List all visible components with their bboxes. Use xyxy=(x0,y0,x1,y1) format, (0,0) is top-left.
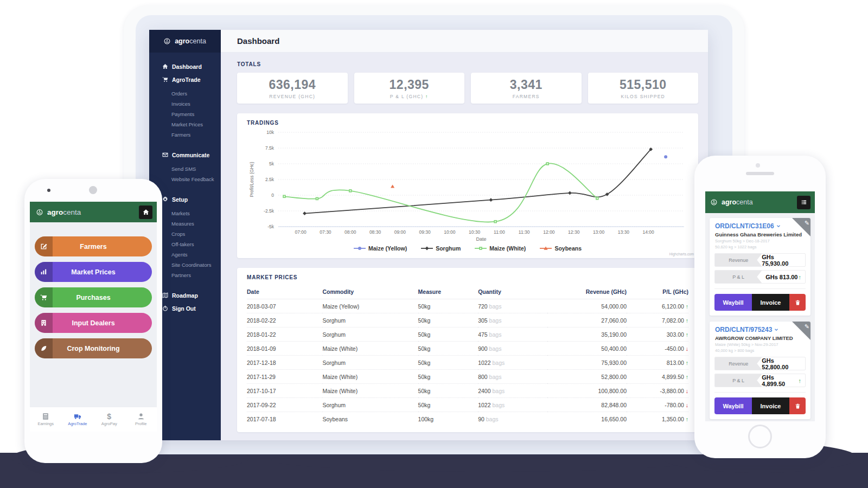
tradings-chart: 10k7.5k5k2.5k0-2.5k-5k07:0007:3008:0008:… xyxy=(247,129,688,244)
sidebar-subitem-markets[interactable]: Markets xyxy=(171,208,215,219)
cell-revenue: 100,800.00 xyxy=(547,384,627,398)
order-id: ORD/CLNT/975243 xyxy=(715,326,772,333)
android-screen: agrocenta FarmersMarket PricesPurchasesI… xyxy=(30,202,157,432)
sidebar-subitem-send-sms[interactable]: Send SMS xyxy=(171,164,215,174)
sidebar-item-communicate[interactable]: Communicate xyxy=(162,152,215,158)
cell-pl: 4,899.50 ↑ xyxy=(627,370,688,384)
order-meta: Maize (White) 50kg > Nov-29-2017 xyxy=(710,342,810,348)
unit-label: bags xyxy=(489,317,502,324)
sidebar-subitem-market-prices[interactable]: Market Prices xyxy=(171,119,215,130)
total-card-farmers: 3,341FARMERS xyxy=(471,73,582,104)
orders-list-button[interactable] xyxy=(797,196,810,209)
cell-measure: 50kg xyxy=(418,356,478,370)
cell-pl: 303.00 ↑ xyxy=(627,328,688,342)
table-row: 2017-09-22Sorghum50kg1022 bags82,848.00-… xyxy=(247,398,688,412)
menu-button-crop-monitoring[interactable]: Crop Monitoring xyxy=(35,338,152,358)
menu-button-purchases[interactable]: Purchases xyxy=(35,287,152,307)
camera-dot xyxy=(47,189,50,192)
revenue-label: Revenue xyxy=(715,254,762,266)
menu-button-market-prices[interactable]: Market Prices xyxy=(35,262,152,282)
menu-button-label: Farmers xyxy=(35,236,152,256)
trend-up-icon: ↑ xyxy=(423,94,428,99)
cell-commodity: Sorghum xyxy=(322,356,418,370)
android-menu: FarmersMarket PricesPurchasesInput Deale… xyxy=(30,222,157,358)
sidebar-item-setup[interactable]: Setup xyxy=(162,196,215,203)
trend-up-icon: ↑ xyxy=(684,331,688,338)
iphone-home-button[interactable] xyxy=(748,425,772,448)
cell-revenue: 82,848.00 xyxy=(547,398,627,412)
divider xyxy=(714,392,806,393)
waybill-button[interactable]: Waybill xyxy=(714,294,752,311)
sidebar-subitem-crops[interactable]: Crops xyxy=(171,229,215,239)
tradings-title: TRADINGS xyxy=(247,120,688,126)
trash-icon xyxy=(795,299,801,306)
menu-button-input-dealers[interactable]: Input Dealers xyxy=(35,313,152,333)
tab-label: AgroPay xyxy=(101,421,117,426)
cell-date: 2017-12-18 xyxy=(247,356,322,370)
trash-icon xyxy=(795,403,801,409)
tab-earnings[interactable]: Earnings xyxy=(30,407,62,432)
invoice-button[interactable]: Invoice xyxy=(752,397,789,414)
cell-quantity: 800 bags xyxy=(478,370,547,384)
cell-quantity: 1022 bags xyxy=(478,398,547,412)
sidebar-subitem-farmers[interactable]: Farmers xyxy=(171,130,215,140)
sidebar-subitem-payments[interactable]: Payments xyxy=(171,109,215,119)
delete-button[interactable] xyxy=(789,294,806,311)
column-header-p-l-ghc: P/L (GHc) xyxy=(627,285,688,299)
edit-corner-button[interactable]: ✎ xyxy=(792,322,810,340)
delete-button[interactable] xyxy=(789,397,806,414)
order-card: ✎ORD/CLNT/975243AWRGROW COMPANY LIMITEDM… xyxy=(710,322,810,419)
unit-label: bags xyxy=(489,345,502,352)
trend-down-icon: ↓ xyxy=(684,345,688,352)
sidebar-subitem-orders[interactable]: Orders xyxy=(171,88,215,99)
sidebar-subitem-agents[interactable]: Agents xyxy=(171,249,215,260)
column-header-commodity: Commodity xyxy=(322,285,418,299)
total-value: 12,395 xyxy=(354,78,465,92)
home-button[interactable] xyxy=(139,206,152,219)
svg-text:10:00: 10:00 xyxy=(444,229,456,235)
table-row: 2018-02-22Sorghum50kg305 bags27,060.007,… xyxy=(247,313,688,328)
cell-measure: 50kg xyxy=(418,370,478,384)
sidebar-item-roadmap[interactable]: Roadmap xyxy=(162,292,215,299)
android-tab-bar: EarningsAgroTrade$AgroPayProfile xyxy=(30,407,157,432)
menu-button-farmers[interactable]: Farmers xyxy=(35,236,152,256)
sidebar-subitem-off-takers[interactable]: Off-takers xyxy=(171,239,215,249)
totals-title: TOTALS xyxy=(237,61,698,67)
sidebar-subitem-site-coordinators[interactable]: Site Coordinators xyxy=(171,260,215,270)
sidebar-item-agrotrade[interactable]: AgroTrade xyxy=(162,76,215,83)
cell-quantity: 900 bags xyxy=(478,342,547,356)
calculator-icon xyxy=(41,413,50,420)
edit-corner-button[interactable]: ✎ xyxy=(792,218,810,236)
sidebar-subitem-partners[interactable]: Partners xyxy=(171,270,215,280)
pl-label: P & L xyxy=(715,271,762,283)
waybill-button[interactable]: Waybill xyxy=(714,397,752,414)
legend-item-maize-yellow[interactable]: Maize (Yellow) xyxy=(354,245,407,252)
sidebar-item-dashboard[interactable]: Dashboard xyxy=(162,63,215,70)
cell-revenue: 54,000.00 xyxy=(547,299,627,313)
invoice-button[interactable]: Invoice xyxy=(752,294,789,311)
sidebar-subitem-website-feedback[interactable]: Website Feedback xyxy=(171,174,215,184)
pl-row: P & LGHs 813.00↑ xyxy=(714,270,806,284)
sidebar-item-sign-out[interactable]: Sign Out xyxy=(162,305,215,312)
legend-item-maize-white[interactable]: Maize (White) xyxy=(475,245,526,252)
cell-revenue: 75,930.00 xyxy=(547,356,627,370)
sidebar-subitem-measures[interactable]: Measures xyxy=(171,219,215,229)
trend-up-icon: ↑ xyxy=(684,359,688,366)
agrocenta-logo: agrocenta xyxy=(149,30,221,53)
legend-item-sorghum[interactable]: Sorghum xyxy=(421,245,461,252)
tab-label: Profile xyxy=(135,421,146,426)
legend-item-soybeans[interactable]: Soybeans xyxy=(540,245,582,252)
cell-pl: 6,120.00 ↑ xyxy=(627,299,688,313)
power-icon xyxy=(162,305,169,312)
tab-agrotrade[interactable]: AgroTrade xyxy=(62,407,94,432)
total-value: 3,341 xyxy=(471,78,582,92)
cell-revenue: 35,190.00 xyxy=(547,328,627,342)
tab-profile[interactable]: Profile xyxy=(125,407,157,432)
cell-measure: 50kg xyxy=(418,299,478,313)
sidebar-subitem-invoices[interactable]: Invoices xyxy=(171,99,215,109)
table-row: 2018-03-07Maize (Yellow)50kg720 bags54,0… xyxy=(247,299,688,313)
cell-date: 2018-03-07 xyxy=(247,299,322,313)
tab-agropay[interactable]: $AgroPay xyxy=(93,407,125,432)
agrocenta-leaf-icon xyxy=(711,198,719,207)
svg-text:11:00: 11:00 xyxy=(494,229,505,235)
